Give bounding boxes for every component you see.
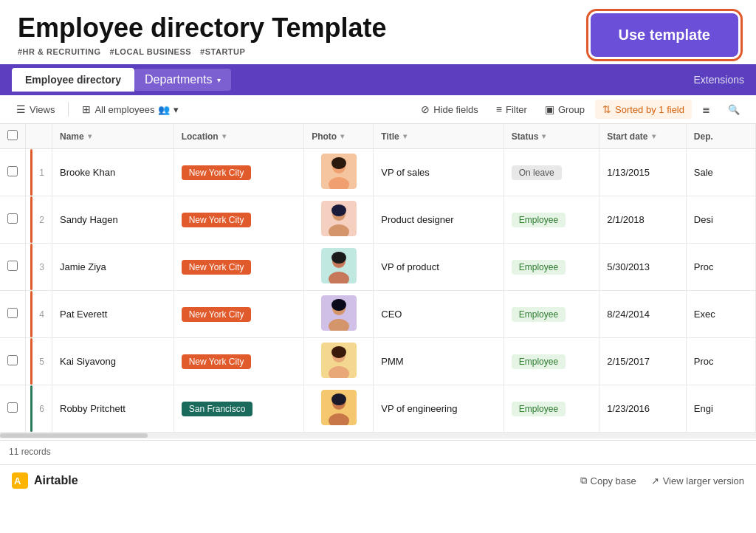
tab-departments[interactable]: Departments ▾ bbox=[134, 69, 231, 91]
records-bar: 11 records bbox=[0, 440, 756, 463]
name-cell: Pat Everett bbox=[52, 291, 174, 338]
start-date-header[interactable]: Start date▾ bbox=[599, 124, 687, 149]
svg-point-23 bbox=[331, 393, 346, 405]
employee-name: Kai Siyavong bbox=[60, 356, 116, 367]
row-checkbox[interactable] bbox=[7, 166, 18, 176]
dept-cell: Desi bbox=[686, 196, 755, 244]
row-checkbox[interactable] bbox=[7, 261, 18, 271]
row-color-bar bbox=[30, 244, 32, 290]
name-cell: Jamie Ziya bbox=[52, 244, 174, 291]
dept-cell: Engi bbox=[686, 385, 755, 433]
employee-name: Sandy Hagen bbox=[60, 214, 118, 225]
status-badge: Employee bbox=[512, 307, 566, 322]
dropdown-icon: ▾ bbox=[173, 104, 179, 115]
svg-point-3 bbox=[331, 157, 346, 169]
dept-header[interactable]: Dep. bbox=[686, 124, 755, 149]
hide-fields-button[interactable]: ⊘ Hide fields bbox=[413, 100, 486, 119]
start-date: 1/23/2016 bbox=[607, 403, 650, 414]
row-checkbox-cell[interactable] bbox=[0, 149, 26, 196]
employee-table: Name▾ Location▾ Photo▾ Title▾ Status▾ St… bbox=[0, 124, 756, 433]
name-cell: Brooke Khan bbox=[52, 149, 174, 196]
search-icon: 🔍 bbox=[728, 104, 740, 115]
row-num-cell: 2 bbox=[26, 196, 52, 244]
sort-button[interactable]: ⇅ Sorted by 1 field bbox=[595, 100, 692, 119]
row-height-button[interactable]: ≣ bbox=[695, 100, 718, 119]
tab-employee-directory[interactable]: Employee directory bbox=[12, 68, 134, 92]
row-checkbox[interactable] bbox=[7, 402, 18, 413]
row-checkbox-cell[interactable] bbox=[0, 196, 26, 244]
dept-cell: Exec bbox=[686, 291, 755, 338]
select-all-checkbox[interactable] bbox=[7, 130, 18, 140]
location-cell: New York City bbox=[173, 291, 303, 338]
status-cell: Employee bbox=[504, 338, 599, 385]
grid-icon: ⊞ bbox=[82, 103, 91, 115]
row-number: 6 bbox=[33, 404, 44, 414]
toolbar-divider-1 bbox=[68, 102, 69, 117]
row-checkbox[interactable] bbox=[7, 213, 18, 224]
airtable-logo-text: Airtable bbox=[34, 474, 78, 487]
table-row[interactable]: 6 Robby Pritchett San Francisco VP of en… bbox=[0, 385, 756, 433]
location-cell: New York City bbox=[173, 149, 303, 196]
svg-text:A: A bbox=[14, 475, 21, 486]
location-sort-icon: ▾ bbox=[222, 132, 226, 140]
location-header[interactable]: Location▾ bbox=[173, 124, 303, 149]
table-row[interactable]: 4 Pat Everett New York City CEO Employee… bbox=[0, 291, 756, 338]
row-checkbox[interactable] bbox=[7, 355, 18, 365]
num-header bbox=[26, 124, 52, 149]
table-row[interactable]: 2 Sandy Hagen New York City Product desi… bbox=[0, 196, 756, 244]
checkbox-header[interactable] bbox=[0, 124, 26, 149]
start-date-cell: 8/24/2014 bbox=[599, 291, 687, 338]
row-checkbox-cell[interactable] bbox=[0, 338, 26, 385]
employee-photo bbox=[321, 295, 357, 331]
views-button[interactable]: ☰ Views bbox=[9, 100, 62, 119]
status-cell: Employee bbox=[504, 196, 599, 244]
filter-button[interactable]: ≡ Filter bbox=[489, 100, 535, 119]
horizontal-scrollbar[interactable] bbox=[0, 433, 756, 439]
start-date-cell: 1/23/2016 bbox=[599, 385, 687, 433]
row-num-cell: 6 bbox=[26, 385, 52, 433]
title-header[interactable]: Title▾ bbox=[374, 124, 504, 149]
employee-photo bbox=[321, 201, 357, 236]
name-header[interactable]: Name▾ bbox=[52, 124, 174, 149]
views-icon: ☰ bbox=[16, 103, 26, 115]
tag-startup: #STARTUP bbox=[200, 47, 245, 56]
copy-base-button[interactable]: ⧉ Copy base bbox=[580, 475, 636, 486]
photo-header[interactable]: Photo▾ bbox=[304, 124, 374, 149]
group-button[interactable]: ▣ Group bbox=[537, 100, 592, 119]
group-label: Group bbox=[558, 104, 585, 115]
extensions-button[interactable]: Extensions bbox=[694, 74, 744, 86]
start-date: 5/30/2013 bbox=[607, 261, 650, 272]
row-num-cell: 3 bbox=[26, 244, 52, 291]
employee-name: Pat Everett bbox=[60, 309, 107, 320]
start-date-cell: 2/15/2017 bbox=[599, 338, 687, 385]
all-employees-button[interactable]: ⊞ All employees 👥 ▾ bbox=[75, 100, 186, 119]
row-number: 4 bbox=[33, 309, 44, 320]
scrollbar-thumb[interactable] bbox=[0, 433, 148, 438]
sorted-label: Sorted by 1 field bbox=[615, 104, 684, 115]
row-checkbox[interactable] bbox=[7, 308, 18, 318]
start-sort-icon: ▾ bbox=[652, 132, 656, 140]
table-row[interactable]: 3 Jamie Ziya New York City VP of product… bbox=[0, 244, 756, 291]
row-checkbox-cell[interactable] bbox=[0, 291, 26, 338]
location-badge: New York City bbox=[182, 165, 252, 180]
row-color-bar bbox=[30, 196, 32, 243]
status-cell: Employee bbox=[504, 291, 599, 338]
search-button[interactable]: 🔍 bbox=[721, 100, 747, 119]
status-header[interactable]: Status▾ bbox=[504, 124, 599, 149]
row-checkbox-cell[interactable] bbox=[0, 244, 26, 291]
row-number: 2 bbox=[33, 215, 44, 225]
row-color-bar bbox=[30, 291, 32, 337]
location-cell: New York City bbox=[173, 244, 303, 291]
footer-actions: ⧉ Copy base ↗ View larger version bbox=[580, 475, 744, 486]
use-template-button[interactable]: Use template bbox=[591, 13, 739, 57]
table-row[interactable]: 1 Brooke Khan New York City VP of sales … bbox=[0, 149, 756, 196]
status-sort-icon: ▾ bbox=[542, 132, 546, 140]
view-larger-button[interactable]: ↗ View larger version bbox=[651, 475, 744, 486]
row-number: 1 bbox=[33, 168, 44, 178]
page-header: Employee directory Template #HR & RECRUI… bbox=[0, 0, 756, 64]
row-checkbox-cell[interactable] bbox=[0, 385, 26, 433]
location-cell: San Francisco bbox=[173, 385, 303, 433]
row-num-cell: 4 bbox=[26, 291, 52, 338]
employee-photo bbox=[321, 248, 357, 283]
table-row[interactable]: 5 Kai Siyavong New York City PMM Employe… bbox=[0, 338, 756, 385]
